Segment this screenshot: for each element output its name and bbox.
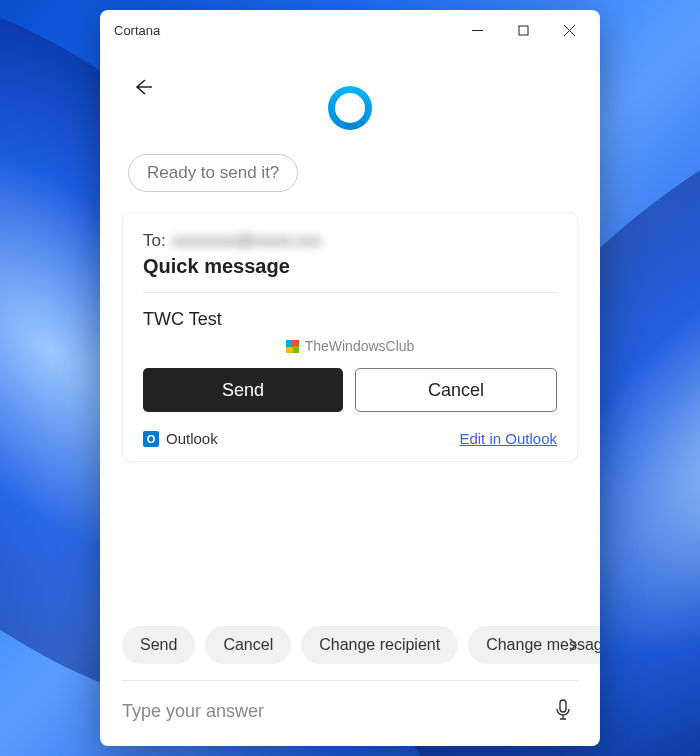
chip-send[interactable]: Send	[122, 626, 195, 664]
card-button-row: Send Cancel	[143, 368, 557, 412]
minimize-icon	[472, 25, 483, 36]
window-title: Cortana	[114, 23, 454, 38]
answer-input[interactable]	[122, 701, 538, 722]
outlook-icon: O	[143, 431, 159, 447]
svg-rect-1	[519, 26, 528, 35]
outlook-source: O Outlook	[143, 430, 218, 447]
titlebar: Cortana	[100, 10, 600, 50]
edit-in-outlook-link[interactable]: Edit in Outlook	[459, 430, 557, 447]
outlook-label-text: Outlook	[166, 430, 218, 447]
microphone-button[interactable]	[548, 695, 578, 728]
cancel-button[interactable]: Cancel	[355, 368, 557, 412]
content-area: Ready to send it? To: xxxxxxxx@xxxxx.xxx…	[100, 50, 600, 746]
back-button[interactable]	[128, 72, 158, 105]
minimize-button[interactable]	[454, 14, 500, 46]
chip-cancel[interactable]: Cancel	[205, 626, 291, 664]
chips-scroll-right-button[interactable]	[560, 632, 586, 658]
maximize-button[interactable]	[500, 14, 546, 46]
input-row	[122, 680, 578, 728]
close-icon	[564, 25, 575, 36]
watermark-text: TheWindowsClub	[305, 338, 415, 354]
cortana-logo-icon	[328, 86, 372, 130]
windowsclub-logo-icon	[286, 340, 299, 353]
card-footer: O Outlook Edit in Outlook	[143, 430, 557, 447]
back-arrow-icon	[132, 76, 154, 98]
svg-rect-4	[560, 700, 566, 712]
email-body: TWC Test	[143, 293, 557, 336]
watermark: TheWindowsClub	[143, 338, 557, 354]
microphone-icon	[554, 699, 572, 721]
maximize-icon	[518, 25, 529, 36]
to-label: To:	[143, 231, 166, 251]
chevron-right-icon	[566, 638, 580, 652]
assistant-prompt: Ready to send it?	[128, 154, 298, 192]
suggestion-chips-row: Send Cancel Change recipient Change mess…	[100, 626, 600, 664]
cortana-window: Cortana Ready to send it? To: xxxxxxxx@x…	[100, 10, 600, 746]
close-button[interactable]	[546, 14, 592, 46]
email-subject: Quick message	[143, 255, 557, 293]
to-value: xxxxxxxx@xxxxx.xxx	[172, 231, 321, 251]
chip-change-recipient[interactable]: Change recipient	[301, 626, 458, 664]
email-compose-card: To: xxxxxxxx@xxxxx.xxx Quick message TWC…	[122, 212, 578, 462]
to-row: To: xxxxxxxx@xxxxx.xxx	[143, 231, 557, 251]
send-button[interactable]: Send	[143, 368, 343, 412]
